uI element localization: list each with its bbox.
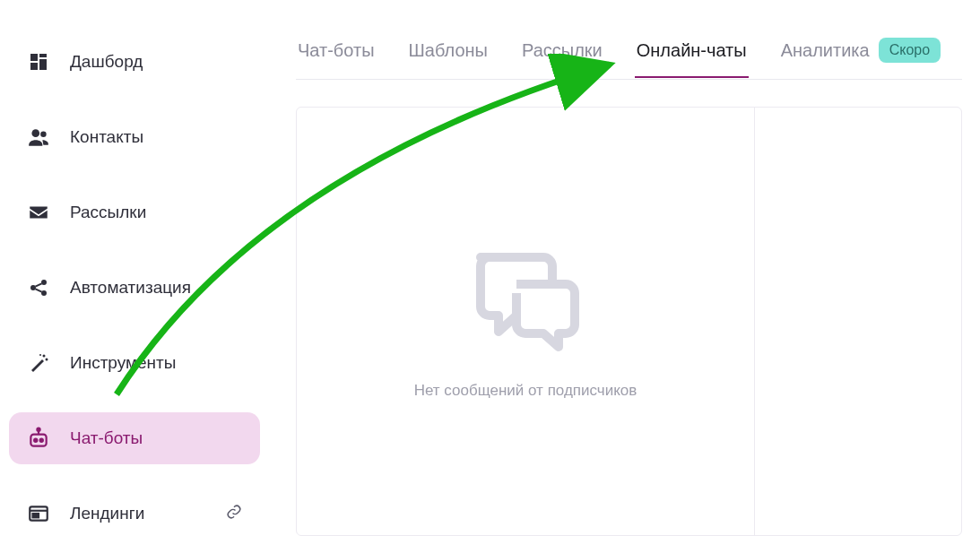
svg-point-5 xyxy=(40,132,46,138)
tab-mailings[interactable]: Рассылки xyxy=(520,30,604,77)
sidebar-item-label: Чат-боты xyxy=(70,428,143,448)
tab-label: Шаблоны xyxy=(409,40,488,61)
tab-chatbots[interactable]: Чат-боты xyxy=(296,30,377,77)
svg-point-14 xyxy=(40,439,43,442)
magic-wand-icon xyxy=(27,351,50,375)
sidebar-item-label: Дашборд xyxy=(70,52,143,72)
svg-point-7 xyxy=(41,280,47,285)
share-nodes-icon xyxy=(27,276,50,299)
svg-rect-18 xyxy=(33,514,39,517)
svg-point-8 xyxy=(41,290,47,296)
sidebar-item-automation[interactable]: Автоматизация xyxy=(9,262,260,314)
tab-label: Чат-боты xyxy=(298,40,375,61)
tab-templates[interactable]: Шаблоны xyxy=(407,30,490,77)
sidebar-item-label: Контакты xyxy=(70,127,143,147)
svg-point-10 xyxy=(46,359,48,361)
main: Чат-боты Шаблоны Рассылки Онлайн-чаты Ан… xyxy=(269,0,980,536)
envelope-icon xyxy=(27,201,50,224)
svg-point-4 xyxy=(31,129,39,137)
sidebar-item-label: Автоматизация xyxy=(70,278,191,298)
tab-label: Онлайн-чаты xyxy=(637,40,747,61)
svg-rect-2 xyxy=(39,59,47,70)
sidebar-item-mailings[interactable]: Рассылки xyxy=(9,186,260,238)
tabs: Чат-боты Шаблоны Рассылки Онлайн-чаты Ан… xyxy=(296,27,962,80)
link-icon xyxy=(226,504,242,523)
tab-online-chats[interactable]: Онлайн-чаты xyxy=(635,30,749,77)
svg-point-6 xyxy=(30,285,36,290)
svg-point-11 xyxy=(39,354,41,356)
tab-label: Аналитика xyxy=(781,40,870,61)
chat-bubbles-icon xyxy=(467,244,584,355)
tab-label: Рассылки xyxy=(522,40,603,61)
sidebar-item-chatbots[interactable]: Чат-боты xyxy=(9,412,260,464)
svg-rect-12 xyxy=(30,435,46,446)
sidebar-item-landings[interactable]: Лендинги xyxy=(9,488,260,536)
dashboard-icon xyxy=(27,50,50,73)
empty-message: Нет сообщений от подписчиков xyxy=(414,382,637,400)
sidebar: Дашборд Контакты Рассылки Автоматизация xyxy=(0,0,269,536)
robot-icon xyxy=(27,427,50,450)
sidebar-item-label: Рассылки xyxy=(70,203,146,222)
sidebar-item-dashboard[interactable]: Дашборд xyxy=(9,36,260,88)
content: Нет сообщений от подписчиков xyxy=(296,107,962,536)
sidebar-item-contacts[interactable]: Контакты xyxy=(9,111,260,163)
svg-rect-0 xyxy=(30,54,38,61)
svg-rect-1 xyxy=(39,54,47,57)
sidebar-item-label: Инструменты xyxy=(70,353,176,373)
people-icon xyxy=(27,125,50,149)
webpage-icon xyxy=(27,502,50,525)
sidebar-item-label: Лендинги xyxy=(70,504,144,523)
empty-state: Нет сообщений от подписчиков xyxy=(297,108,755,535)
tab-analytics[interactable]: Аналитика Скоро xyxy=(779,27,942,79)
sidebar-item-tools[interactable]: Инструменты xyxy=(9,337,260,389)
content-right-pane xyxy=(755,108,961,535)
svg-rect-3 xyxy=(30,63,38,70)
svg-point-13 xyxy=(34,439,37,442)
svg-point-9 xyxy=(43,355,46,358)
svg-point-15 xyxy=(37,428,39,431)
soon-badge: Скоро xyxy=(879,38,941,63)
